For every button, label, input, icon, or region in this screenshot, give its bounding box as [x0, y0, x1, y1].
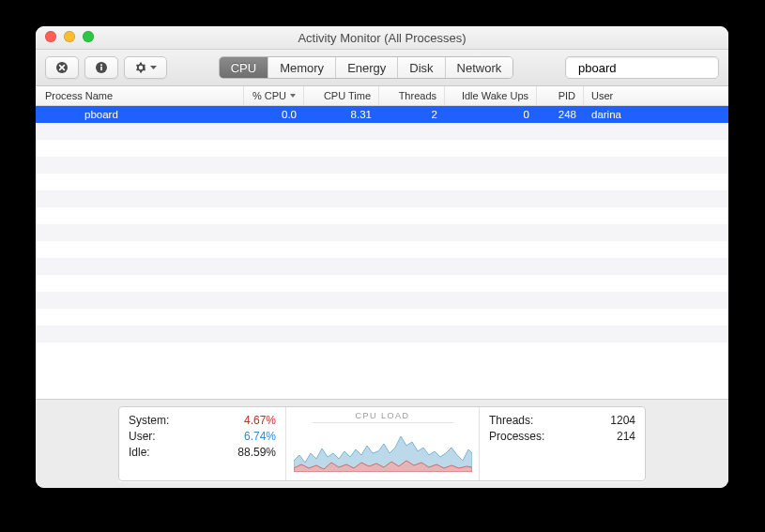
cell-process-name: pboard [36, 109, 244, 120]
label-system: System: [129, 413, 169, 429]
gear-icon [134, 61, 147, 74]
header-process-name[interactable]: Process Name [36, 86, 244, 105]
cpu-load-title: CPU LOAD [355, 411, 409, 420]
settings-menu-button[interactable] [124, 56, 167, 79]
toolbar: CPU Memory Energy Disk Network [36, 50, 728, 86]
column-headers: Process Name % CPU CPU Time Threads Idle… [36, 86, 728, 106]
label-processes: Processes: [489, 429, 544, 445]
titlebar: Activity Monitor (All Processes) [36, 26, 728, 50]
cell-cpu-time: 8.31 [304, 109, 379, 120]
cell-cpu-percent: 0.0 [244, 109, 304, 120]
process-list[interactable]: pboard 0.0 8.31 2 0 248 darina [36, 106, 728, 399]
label-threads: Threads: [489, 413, 533, 429]
header-cpu-time[interactable]: CPU Time [304, 86, 379, 105]
quit-process-button[interactable] [45, 56, 79, 79]
summary-panel: System:4.67% User:6.74% Idle:88.59% CPU … [118, 406, 646, 481]
value-idle: 88.59% [237, 445, 276, 461]
header-idle-wake-ups[interactable]: Idle Wake Ups [445, 86, 537, 105]
search-input[interactable] [576, 60, 728, 76]
footer: System:4.67% User:6.74% Idle:88.59% CPU … [36, 399, 728, 488]
fullscreen-button[interactable] [83, 31, 94, 42]
close-button[interactable] [45, 31, 56, 42]
cell-idle-wake-ups: 0 [445, 109, 537, 120]
header-pid[interactable]: PID [537, 86, 584, 105]
stop-icon [55, 61, 69, 74]
label-user: User: [129, 429, 156, 445]
value-user: 6.74% [244, 429, 276, 445]
value-threads: 1204 [610, 413, 635, 429]
totals: Threads:1204 Processes:214 [480, 407, 645, 480]
window-title: Activity Monitor (All Processes) [298, 31, 466, 45]
tab-energy[interactable]: Energy [336, 57, 398, 78]
header-threads[interactable]: Threads [379, 86, 445, 105]
label-idle: Idle: [129, 445, 150, 461]
activity-monitor-window: Activity Monitor (All Processes) CPU Mem [36, 26, 728, 488]
cpu-breakdown: System:4.67% User:6.74% Idle:88.59% [119, 407, 286, 480]
header-cpu-percent[interactable]: % CPU [244, 86, 304, 105]
cpu-load-chart [294, 425, 472, 472]
cell-user: darina [584, 109, 696, 120]
tab-network[interactable]: Network [446, 57, 513, 78]
search-field[interactable] [565, 56, 719, 79]
header-user[interactable]: User [584, 86, 696, 105]
minimize-button[interactable] [64, 31, 75, 42]
info-icon [95, 61, 108, 74]
chevron-down-icon [150, 66, 157, 70]
tab-bar: CPU Memory Energy Disk Network [219, 56, 514, 79]
cell-pid: 248 [537, 109, 584, 120]
value-processes: 214 [617, 429, 635, 445]
inspect-process-button[interactable] [84, 56, 118, 79]
tab-disk[interactable]: Disk [398, 57, 445, 78]
window-controls [45, 31, 94, 42]
tab-memory[interactable]: Memory [268, 57, 336, 78]
svg-point-2 [100, 64, 102, 66]
value-system: 4.67% [244, 413, 276, 429]
tab-cpu[interactable]: CPU [220, 57, 268, 78]
cell-threads: 2 [379, 109, 445, 120]
cpu-load-chart-area: CPU LOAD [286, 407, 480, 480]
table-row[interactable]: pboard 0.0 8.31 2 0 248 darina [36, 106, 728, 123]
svg-rect-3 [100, 67, 102, 71]
